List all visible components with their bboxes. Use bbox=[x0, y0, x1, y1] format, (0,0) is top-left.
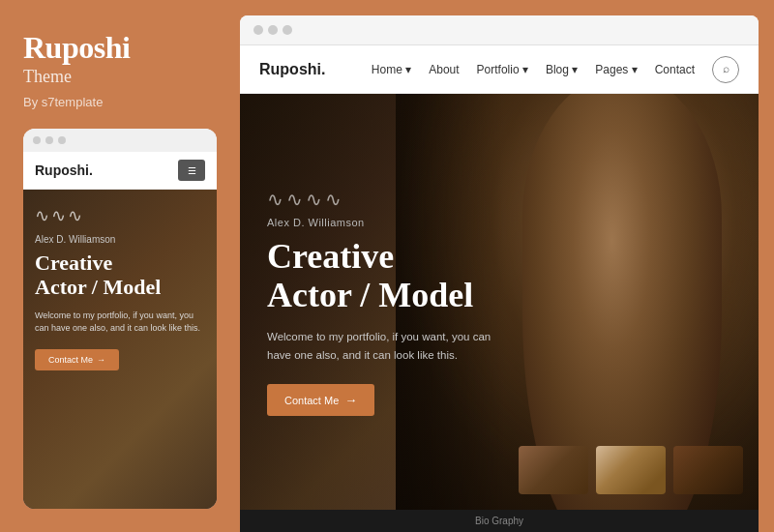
mobile-navbar: Ruposhi. ☰ bbox=[23, 152, 217, 190]
thumbnail-1[interactable] bbox=[519, 446, 588, 494]
hero-contact-button[interactable]: Contact Me → bbox=[267, 384, 374, 416]
mobile-contact-button[interactable]: Contact Me → bbox=[35, 349, 119, 370]
nav-link-home[interactable]: Home ▾ bbox=[372, 63, 411, 76]
browser-dot-3 bbox=[283, 25, 292, 35]
desktop-nav-links: Home ▾ About Portfolio ▾ Blog ▾ Pages ▾ … bbox=[372, 56, 739, 83]
browser-dot-2 bbox=[268, 25, 278, 35]
nav-link-contact[interactable]: Contact bbox=[655, 63, 695, 76]
mobile-dot-3 bbox=[58, 136, 66, 144]
hero-wave-decoration: ∿∿∿∿ bbox=[267, 188, 498, 211]
mobile-dot-2 bbox=[45, 136, 53, 144]
nav-link-pages[interactable]: Pages ▾ bbox=[595, 63, 637, 76]
mobile-hamburger-icon[interactable]: ☰ bbox=[178, 160, 205, 181]
mobile-dot-1 bbox=[33, 136, 41, 144]
browser-bar bbox=[240, 15, 759, 45]
mobile-logo: Ruposhi. bbox=[35, 163, 93, 178]
desktop-preview: Ruposhi. Home ▾ About Portfolio ▾ Blog ▾… bbox=[240, 45, 759, 532]
bottom-text: Bio Graphy bbox=[475, 516, 523, 526]
thumbnail-strip bbox=[519, 446, 743, 494]
mobile-wave-decoration: ∿∿∿ bbox=[35, 205, 205, 226]
hero-person-name: Alex D. Williamson bbox=[267, 217, 498, 228]
browser-dot-1 bbox=[253, 25, 263, 35]
thumbnail-3[interactable] bbox=[673, 446, 743, 494]
mobile-hero-section: ∿∿∿ Alex D. Williamson Creative Actor / … bbox=[23, 190, 217, 509]
search-icon[interactable]: ⌕ bbox=[712, 56, 739, 83]
thumbnail-2[interactable] bbox=[596, 446, 666, 494]
mobile-browser-dots bbox=[23, 129, 217, 152]
mobile-description: Welcome to my portfolio, if you want, yo… bbox=[35, 310, 205, 336]
theme-author: By s7template bbox=[23, 95, 217, 109]
theme-subtitle: Theme bbox=[23, 67, 217, 87]
desktop-hero-section: ∿∿∿∿ Alex D. Williamson Creative Actor /… bbox=[240, 94, 759, 510]
desktop-hero-content: ∿∿∿∿ Alex D. Williamson Creative Actor /… bbox=[240, 94, 525, 510]
theme-title: Ruposhi bbox=[23, 31, 217, 65]
right-panel: Ruposhi. Home ▾ About Portfolio ▾ Blog ▾… bbox=[240, 15, 759, 532]
mobile-headline: Creative Actor / Model bbox=[35, 251, 205, 300]
hero-description: Welcome to my portfolio, if you want, yo… bbox=[267, 328, 498, 365]
nav-link-about[interactable]: About bbox=[429, 63, 459, 76]
nav-link-blog[interactable]: Blog ▾ bbox=[546, 63, 578, 76]
desktop-navbar: Ruposhi. Home ▾ About Portfolio ▾ Blog ▾… bbox=[240, 45, 759, 94]
hero-headline: Creative Actor / Model bbox=[267, 238, 498, 314]
nav-link-portfolio[interactable]: Portfolio ▾ bbox=[477, 63, 528, 76]
desktop-bottom-bar: Bio Graphy bbox=[240, 510, 759, 532]
left-panel: Ruposhi Theme By s7template Ruposhi. ☰ ∿… bbox=[0, 0, 240, 532]
mobile-hero-content: ∿∿∿ Alex D. Williamson Creative Actor / … bbox=[35, 205, 205, 370]
desktop-logo: Ruposhi. bbox=[259, 61, 325, 78]
mobile-person-name: Alex D. Williamson bbox=[35, 234, 205, 245]
mobile-preview-card: Ruposhi. ☰ ∿∿∿ Alex D. Williamson Creati… bbox=[23, 129, 217, 509]
